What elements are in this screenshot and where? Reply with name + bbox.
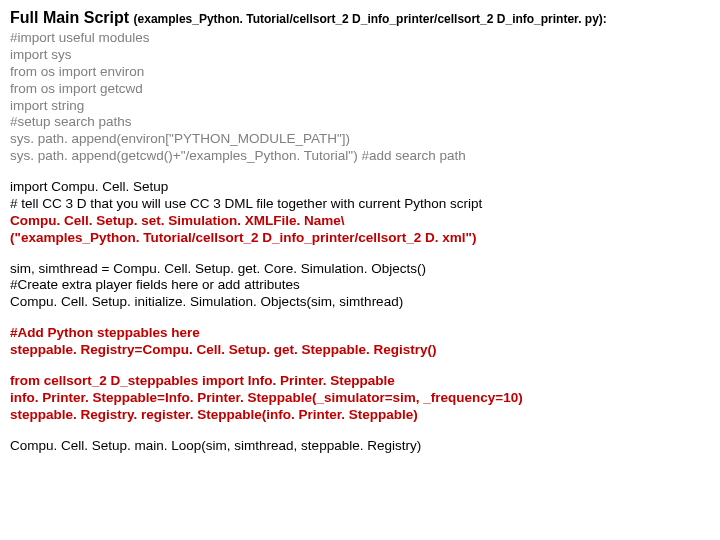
code-line: import string [10,98,710,115]
code-line: #Add Python steppables here [10,325,710,342]
code-span: sys. path. append(getcwd()+"/examples_Py… [10,148,361,163]
code-line: import sys [10,47,710,64]
code-line: #Create extra player fields here or add … [10,277,710,294]
code-line: from os import getcwd [10,81,710,98]
code-line: Compu. Cell. Setup. main. Loop(sim, simt… [10,438,710,455]
title-path: (examples_Python. Tutorial/cellsort_2 D_… [134,12,607,26]
code-line: import Compu. Cell. Setup [10,179,710,196]
code-line: info. Printer. Steppable=Info. Printer. … [10,390,710,407]
code-block-5: from cellsort_2 D_steppables import Info… [10,373,710,424]
code-block-2: import Compu. Cell. Setup # tell CC 3 D … [10,179,710,247]
code-line: sim, simthread = Compu. Cell. Setup. get… [10,261,710,278]
code-block-6: Compu. Cell. Setup. main. Loop(sim, simt… [10,438,710,455]
code-comment: #add search path [361,148,465,163]
code-line: # tell CC 3 D that you will use CC 3 DML… [10,196,710,213]
code-line: sys. path. append(environ["PYTHON_MODULE… [10,131,710,148]
code-line: steppable. Registry=Compu. Cell. Setup. … [10,342,710,359]
code-line: ("examples_Python. Tutorial/cellsort_2 D… [10,230,710,247]
code-line: #setup search paths [10,114,710,131]
code-block-4: #Add Python steppables here steppable. R… [10,325,710,359]
code-line: from os import environ [10,64,710,81]
code-block-3: sim, simthread = Compu. Cell. Setup. get… [10,261,710,312]
code-line: Compu. Cell. Setup. initialize. Simulati… [10,294,710,311]
code-line: #import useful modules [10,30,710,47]
script-header: Full Main Script (examples_Python. Tutor… [10,8,710,28]
title-label: Full Main Script [10,9,134,26]
code-line: Compu. Cell. Setup. set. Simulation. XML… [10,213,710,230]
code-block-1: #import useful modules import sys from o… [10,30,710,165]
code-line: from cellsort_2 D_steppables import Info… [10,373,710,390]
code-line: sys. path. append(getcwd()+"/examples_Py… [10,148,710,165]
code-line: steppable. Registry. register. Steppable… [10,407,710,424]
